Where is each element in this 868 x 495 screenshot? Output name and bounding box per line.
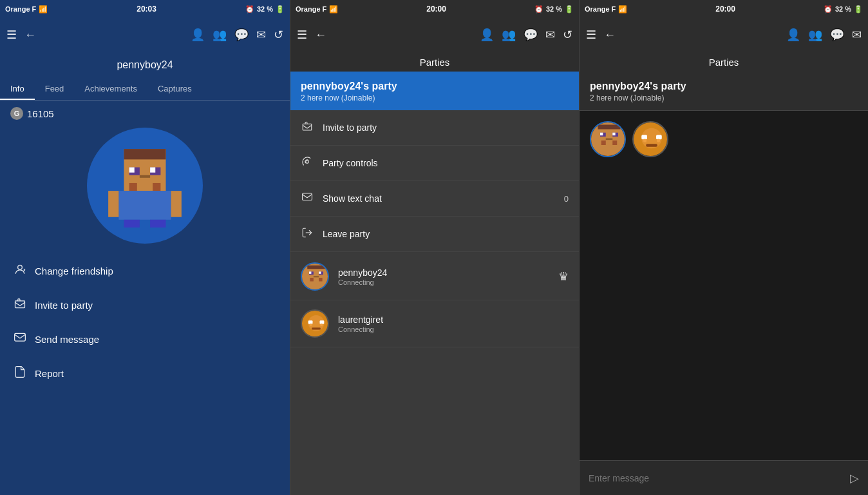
svg-point-36 <box>310 324 312 326</box>
message-icon-2[interactable]: ✉ <box>545 28 555 42</box>
party-controls-icon <box>301 156 314 170</box>
action-send-message[interactable]: Send message <box>10 322 279 356</box>
menu-party-controls[interactable]: Party controls <box>290 146 579 181</box>
group-icon-3[interactable]: 👥 <box>808 28 822 42</box>
svg-rect-30 <box>319 278 323 282</box>
member-info-pennyboy24: pennyboy24 Connecting <box>338 267 549 286</box>
chat-messages <box>580 168 868 460</box>
tab-info[interactable]: Info <box>0 79 35 100</box>
battery-1: 32 % <box>257 5 273 13</box>
chat-icon-3[interactable]: 💬 <box>830 28 844 42</box>
send-icon[interactable]: ▷ <box>850 471 859 485</box>
action-change-friendship[interactable]: Change friendship <box>10 254 279 288</box>
back-icon-1[interactable]: ← <box>24 28 36 42</box>
time-3: 20:00 <box>715 5 735 14</box>
profile-username: pennyboy24 <box>0 58 290 76</box>
gamerscore-row: G 16105 <box>10 107 54 120</box>
svg-rect-49 <box>641 135 647 139</box>
profile-actions: Change friendship Invite to party Send m… <box>10 254 279 391</box>
tab-captures[interactable]: Captures <box>147 79 202 100</box>
wifi-icon-2: 📶 <box>329 5 338 14</box>
action-report[interactable]: Report <box>10 356 279 391</box>
svg-point-52 <box>643 139 646 142</box>
toolbar-1: ☰ ← 👤 👥 💬 ✉ ↺ <box>0 18 290 52</box>
crown-icon: ♛ <box>558 269 569 284</box>
carrier-1: Orange F <box>5 5 36 13</box>
battery-3: 32 % <box>835 5 851 13</box>
profile-icon-3[interactable]: 👤 <box>786 28 800 42</box>
gamerscore-icon: G <box>10 107 23 120</box>
chat-party-name: pennyboy24's party <box>590 81 858 92</box>
svg-rect-35 <box>312 327 321 329</box>
report-label: Report <box>35 368 64 379</box>
profile-icon-2[interactable]: 👤 <box>480 28 494 42</box>
message-icon-3[interactable]: ✉ <box>852 28 862 42</box>
avatar-container <box>10 128 279 244</box>
hamburger-icon-3[interactable]: ☰ <box>586 28 596 42</box>
party-members: pennyboy24 Connecting ♛ <box>290 253 579 347</box>
svg-rect-8 <box>129 183 137 191</box>
menu-show-text-chat[interactable]: Show text chat 0 <box>290 181 579 217</box>
member-pennyboy24[interactable]: pennyboy24 Connecting ♛ <box>290 253 579 300</box>
svg-rect-6 <box>140 175 150 178</box>
svg-rect-4 <box>129 168 135 173</box>
svg-rect-5 <box>150 168 155 173</box>
parties-title: Parties <box>290 52 579 72</box>
status-right-3: ⏰ 32 % 🔋 <box>824 5 863 14</box>
member-laurentgiret[interactable]: laurentgiret Connecting <box>290 300 579 347</box>
wifi-icon-3: 📶 <box>618 5 627 14</box>
svg-point-53 <box>657 139 660 142</box>
status-right-1: ⏰ 32 % 🔋 <box>245 5 285 14</box>
chat-icon-2[interactable]: 💬 <box>524 28 538 42</box>
hamburger-icon[interactable]: ☰ <box>6 28 17 42</box>
party-controls-label: Party controls <box>323 158 378 168</box>
carrier-2: Orange F <box>296 5 326 13</box>
message-icon-1[interactable]: ✉ <box>256 28 266 42</box>
party-header: pennyboy24's party 2 here now (Joinable) <box>290 72 579 110</box>
avatar-circle <box>87 128 203 244</box>
svg-rect-33 <box>308 320 313 324</box>
invite-party-icon <box>13 297 27 313</box>
time-1: 20:03 <box>137 5 156 14</box>
group-icon-2[interactable]: 👥 <box>502 28 516 42</box>
wifi-icon-1: 📶 <box>39 5 48 14</box>
text-chat-icon <box>301 191 314 206</box>
tab-feed[interactable]: Feed <box>35 79 75 100</box>
panel-profile: Orange F 📶 20:03 ⏰ 32 % 🔋 ☰ ← 👤 👥 💬 ✉ ↺ … <box>0 0 290 495</box>
action-invite-to-party[interactable]: Invite to party <box>10 288 279 322</box>
group-icon-1[interactable]: 👥 <box>212 28 227 42</box>
gamerscore-value: 16105 <box>27 108 54 119</box>
profile-icon-1[interactable]: 👤 <box>191 28 205 42</box>
menu-invite-to-party[interactable]: Invite to party <box>290 110 579 146</box>
hamburger-icon-2[interactable]: ☰ <box>297 28 307 42</box>
status-bar-3: Orange F 📶 20:00 ⏰ 32 % 🔋 <box>580 0 868 18</box>
svg-rect-11 <box>108 191 118 217</box>
refresh-icon-1[interactable]: ↺ <box>274 28 283 42</box>
leave-party-icon <box>301 227 314 241</box>
back-icon-3[interactable]: ← <box>604 28 616 42</box>
svg-rect-28 <box>314 276 319 277</box>
toolbar-3: ☰ ← 👤 👥 💬 ✉ <box>580 18 868 52</box>
party-status: 2 here now (Joinable) <box>301 93 569 102</box>
member-status-laurentgiret: Connecting <box>338 325 569 333</box>
chat-icon-1[interactable]: 💬 <box>234 28 249 42</box>
status-bar-2: Orange F 📶 20:00 ⏰ 32 % 🔋 <box>290 0 579 18</box>
svg-rect-44 <box>606 139 613 141</box>
chat-input-bar[interactable]: ▷ <box>580 460 868 495</box>
svg-rect-18 <box>303 124 312 130</box>
send-message-label: Send message <box>35 334 99 345</box>
refresh-icon-2[interactable]: ↺ <box>563 28 572 42</box>
svg-rect-9 <box>153 183 160 191</box>
back-icon-2[interactable]: ← <box>315 28 326 42</box>
chat-party-status: 2 here now (Joinable) <box>590 93 858 102</box>
steve-avatar-svg <box>103 144 187 228</box>
alarm-icon-2: ⏰ <box>534 5 543 14</box>
tab-achievements[interactable]: Achievements <box>74 79 147 100</box>
svg-rect-17 <box>15 333 26 341</box>
menu-leave-party[interactable]: Leave party <box>290 217 579 252</box>
profile-content: G 16105 <box>0 101 290 495</box>
svg-rect-50 <box>656 135 662 139</box>
panel-chat: Orange F 📶 20:00 ⏰ 32 % 🔋 ☰ ← 👤 👥 💬 ✉ Pa… <box>579 0 868 495</box>
chat-input[interactable] <box>589 473 844 483</box>
toolbar-2: ☰ ← 👤 👥 💬 ✉ ↺ <box>290 18 579 52</box>
